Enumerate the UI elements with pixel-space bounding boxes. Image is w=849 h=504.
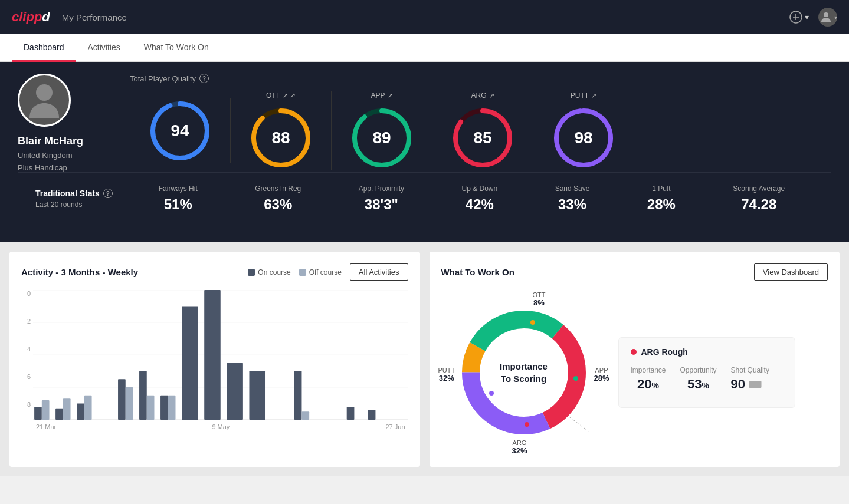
stat-updown-value: 42% (462, 196, 498, 213)
add-button[interactable]: ▾ (789, 11, 809, 24)
info-metric-opportunity: Opportunity 53% (680, 366, 717, 392)
svg-rect-35 (249, 371, 265, 420)
work-content: ImportanceTo Scoring OTT8% APP28% ARG32%… (441, 290, 828, 455)
donut-label-arg: ARG32% (512, 439, 527, 455)
shot-quality-bar (749, 381, 762, 388)
bottom-section: Activity - 3 Months - Weekly On course O… (0, 242, 849, 476)
work-card-title: What To Work On (441, 267, 514, 277)
logo-area: clippd My Performance (12, 9, 127, 25)
y-label-2: 2 (21, 318, 31, 325)
y-label-6: 6 (21, 373, 31, 380)
stat-fairways: Fairways Hit 51% (159, 185, 198, 213)
circle-app: 89 (349, 106, 414, 170)
trad-title: Traditional Stats ? (35, 189, 130, 198)
svg-rect-32 (182, 307, 198, 420)
tab-activities[interactable]: Activities (76, 34, 132, 62)
stat-oneputt-name: 1 Putt (647, 185, 676, 193)
x-label-jun: 27 Jun (385, 423, 405, 430)
score-arg: ARG ↗ 85 (432, 91, 533, 170)
quality-scores: 94 OTT ↗ 88 APP ↗ (130, 91, 831, 170)
activity-card-header: Activity - 3 Months - Weekly On course O… (21, 263, 408, 281)
score-ott-value: 88 (271, 129, 290, 147)
hero-section: Blair McHarg United Kingdom Plus Handica… (0, 62, 849, 242)
svg-point-4 (36, 84, 53, 101)
stat-scoring: Scoring Average 74.28 (733, 185, 785, 213)
nav-tabs: Dashboard Activities What To Work On (0, 34, 849, 62)
svg-rect-36 (294, 371, 302, 420)
stat-oneputt-value: 28% (647, 196, 676, 213)
traditional-stats: Traditional Stats ? Last 20 rounds Fairw… (18, 172, 831, 225)
svg-rect-28 (139, 371, 147, 420)
svg-rect-20 (34, 407, 42, 420)
stat-updown-name: Up & Down (462, 185, 498, 193)
stat-proximity-name: App. Proximity (359, 185, 404, 193)
svg-point-48 (489, 391, 494, 396)
score-ott: OTT ↗ 88 (231, 91, 332, 170)
circle-arg: 85 (450, 106, 515, 170)
header-right: ▾ ▾ (789, 8, 837, 27)
score-putt: PUTT ↗ 98 (533, 91, 634, 170)
chart-y-axis: 8 6 4 2 0 (21, 290, 33, 420)
y-label-0: 0 (21, 290, 31, 297)
stat-sandsave-name: Sand Save (555, 185, 590, 193)
tab-what-to-work-on[interactable]: What To Work On (132, 34, 221, 62)
all-activities-button[interactable]: All Activities (350, 263, 408, 281)
activity-card: Activity - 3 Months - Weekly On course O… (9, 252, 420, 467)
add-chevron: ▾ (805, 12, 809, 22)
opportunity-label: Opportunity (680, 366, 717, 374)
trad-subtitle: Last 20 rounds (35, 200, 130, 209)
circle-total: 94 (147, 98, 212, 163)
svg-point-46 (563, 411, 568, 416)
header: clippd My Performance ▾ ▾ (0, 0, 849, 34)
stat-proximity-value: 38'3" (359, 196, 404, 213)
svg-rect-23 (63, 398, 71, 420)
score-app-value: 89 (372, 129, 391, 147)
info-card-name: ARG Rough (641, 347, 688, 357)
svg-line-45 (565, 414, 589, 431)
player-avatar (18, 74, 71, 127)
y-label-8: 8 (21, 401, 31, 408)
legend-on-course-label: On course (258, 268, 290, 276)
score-arg-value: 85 (473, 129, 491, 147)
circle-ott: 88 (248, 106, 313, 170)
legend-on-course-dot (248, 269, 255, 276)
chart-legend: On course Off course (248, 268, 342, 276)
tab-dashboard[interactable]: Dashboard (12, 34, 76, 62)
stat-fairways-name: Fairways Hit (159, 185, 198, 193)
score-ott-label: OTT ↗ (266, 91, 296, 100)
svg-point-3 (824, 12, 828, 17)
info-metric-importance: Importance 20% (631, 366, 666, 392)
stat-greens: Greens In Reg 63% (255, 185, 301, 213)
svg-point-47 (573, 376, 578, 381)
quality-help-icon[interactable]: ? (199, 74, 209, 83)
donut-label-ott: OTT8% (533, 291, 546, 307)
avatar[interactable]: ▾ (818, 8, 837, 27)
svg-rect-24 (77, 404, 84, 420)
work-card: What To Work On View Dashboard (430, 252, 840, 467)
circle-putt: 98 (551, 106, 616, 170)
chart-x-labels: 21 Mar 9 May 27 Jun (33, 423, 408, 430)
player-info: Blair McHarg United Kingdom Plus Handica… (18, 74, 112, 172)
svg-rect-38 (347, 407, 355, 420)
svg-rect-39 (368, 410, 376, 420)
stat-greens-value: 63% (255, 196, 301, 213)
trad-help-icon[interactable]: ? (103, 189, 113, 198)
score-putt-value: 98 (574, 129, 592, 147)
stat-sandsave-value: 33% (555, 196, 590, 213)
player-handicap: Plus Handicap (18, 163, 67, 172)
svg-rect-21 (42, 400, 50, 420)
donut-chart: ImportanceTo Scoring OTT8% APP28% ARG32%… (441, 290, 607, 455)
score-putt-label: PUTT ↗ (571, 91, 596, 100)
svg-rect-31 (168, 396, 176, 420)
stat-fairways-value: 51% (159, 196, 198, 213)
avatar-chevron: ▾ (834, 14, 837, 21)
donut-center: ImportanceTo Scoring (500, 360, 548, 385)
view-dashboard-button[interactable]: View Dashboard (754, 263, 828, 281)
stat-items: Fairways Hit 51% Greens In Reg 63% App. … (130, 185, 814, 213)
stat-scoring-name: Scoring Average (733, 185, 785, 193)
stat-greens-name: Greens In Reg (255, 185, 301, 193)
donut-label-putt: PUTT32% (438, 367, 455, 383)
stat-sandsave: Sand Save 33% (555, 185, 590, 213)
quality-label: Total Player Quality ? (130, 74, 831, 83)
svg-point-50 (530, 320, 535, 325)
